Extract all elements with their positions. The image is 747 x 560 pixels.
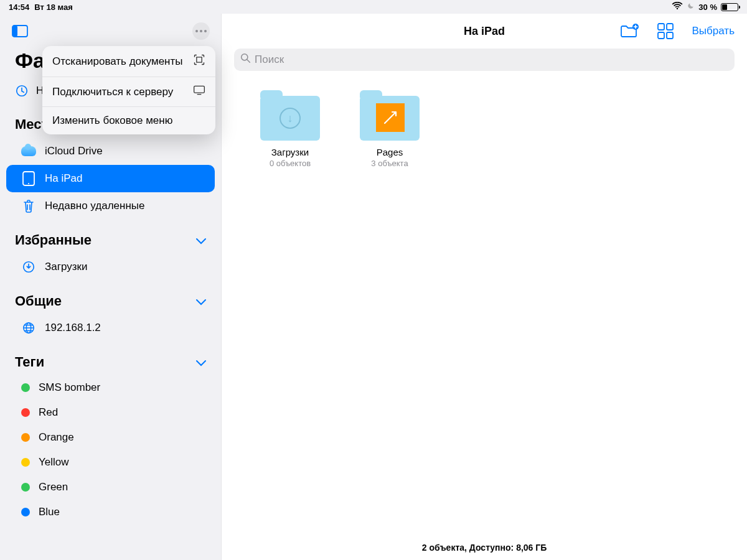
download-icon [21, 259, 36, 274]
svg-point-2 [195, 30, 198, 32]
icloud-drive-icon [21, 144, 36, 159]
svg-rect-11 [194, 86, 205, 93]
folder-downloads[interactable]: ↓ Загрузки 0 объектов [259, 96, 321, 168]
sidebar-tag-item[interactable]: Green [6, 475, 215, 500]
sidebar-tag-item[interactable]: Blue [6, 500, 215, 525]
status-time: 14:54 [9, 2, 29, 12]
sidebar-item-label: Orange [39, 431, 74, 444]
sidebar-tag-item[interactable]: Red [6, 400, 215, 425]
tag-dot-icon [21, 433, 30, 442]
folder-name: Загрузки [259, 147, 321, 157]
section-title-shared: Общие [15, 293, 62, 309]
svg-rect-13 [658, 24, 664, 30]
tag-dot-icon [21, 458, 30, 467]
folder-pages[interactable]: Pages 3 объекта [359, 96, 421, 168]
select-button[interactable]: Выбрать [692, 25, 735, 37]
section-head-shared[interactable]: Общие [0, 281, 221, 314]
svg-point-7 [28, 183, 29, 184]
sidebar-item-label: iCloud Drive [45, 145, 103, 157]
sidebar-more-popover: Отсканировать документы Подключиться к с… [42, 46, 215, 134]
server-icon [193, 85, 205, 99]
popover-connect-server[interactable]: Подключиться к серверу [42, 77, 215, 106]
folder-subtitle: 3 объекта [359, 159, 421, 168]
scan-icon [193, 54, 205, 69]
svg-rect-1 [12, 26, 17, 37]
search-input[interactable]: Поиск [234, 49, 735, 71]
sidebar-item-downloads[interactable]: Загрузки [6, 253, 215, 281]
sidebar-item-icloud-drive[interactable]: iCloud Drive [6, 138, 215, 165]
dnd-moon-icon [687, 2, 695, 12]
popover-scan-documents[interactable]: Отсканировать документы [42, 46, 215, 77]
chevron-down-icon[interactable] [196, 293, 206, 309]
sidebar-collapse-button[interactable] [11, 22, 29, 40]
search-icon [240, 53, 251, 67]
clock-icon [15, 84, 29, 98]
battery-icon [721, 3, 738, 11]
tag-dot-icon [21, 508, 30, 516]
sidebar-item-label: Загрузки [45, 261, 87, 273]
chevron-down-icon[interactable] [196, 232, 206, 248]
sidebar-item-label: Green [39, 481, 68, 493]
sidebar-item-label: Yellow [39, 456, 69, 469]
search-placeholder: Поиск [255, 54, 284, 66]
status-bar: 14:54 Вт 18 мая 30 % [0, 0, 747, 14]
sidebar-item-label: На iPad [45, 172, 82, 185]
sidebar-item-label: SMS bomber [39, 381, 100, 394]
svg-rect-16 [667, 32, 673, 39]
ipad-icon [21, 171, 36, 186]
popover-edit-sidebar[interactable]: Изменить боковое меню [42, 106, 215, 134]
svg-rect-14 [667, 24, 673, 30]
trash-icon [21, 198, 36, 213]
main-title: На iPad [464, 25, 505, 38]
status-date: Вт 18 мая [34, 2, 73, 12]
sidebar-item-label: Red [39, 406, 58, 419]
folder-subtitle: 0 объектов [259, 159, 321, 168]
chevron-down-icon[interactable] [196, 354, 206, 370]
section-head-favorites[interactable]: Избранные [0, 220, 221, 253]
sidebar-tag-item[interactable]: SMS bomber [6, 375, 215, 400]
network-icon [21, 320, 36, 335]
sidebar-item-label: Недавно удаленные [45, 200, 144, 212]
sidebar-more-button[interactable] [192, 22, 210, 40]
popover-item-label: Изменить боковое меню [52, 114, 172, 127]
new-folder-button[interactable] [620, 24, 639, 39]
sidebar-tag-item[interactable]: Yellow [6, 450, 215, 475]
sidebar-item-recently-deleted[interactable]: Недавно удаленные [6, 192, 215, 220]
svg-rect-15 [658, 32, 664, 39]
tag-dot-icon [21, 408, 30, 417]
view-mode-button[interactable] [657, 23, 674, 39]
footer-status: 2 объекта, Доступно: 8,06 ГБ [222, 543, 747, 553]
popover-item-label: Отсканировать документы [52, 55, 183, 68]
tag-dot-icon [21, 483, 30, 492]
sidebar-tag-item[interactable]: Orange [6, 425, 215, 450]
section-title-favorites: Избранные [15, 232, 92, 248]
section-head-tags[interactable]: Теги [0, 342, 221, 375]
popover-item-label: Подключиться к серверу [52, 86, 173, 98]
tag-dot-icon [21, 383, 30, 392]
sidebar-item-on-ipad[interactable]: На iPad [6, 165, 215, 192]
main-panel: На iPad Выбрать Поиск ↓ Загрузки 0 объек… [222, 14, 747, 560]
svg-point-4 [204, 30, 207, 32]
sidebar-item-label: 192.168.1.2 [45, 322, 101, 334]
folder-name: Pages [359, 147, 421, 157]
section-title-tags: Теги [15, 354, 44, 370]
wifi-icon [672, 2, 683, 12]
folder-icon: ↓ [260, 96, 320, 141]
svg-point-17 [242, 54, 248, 60]
sidebar-item-server[interactable]: 192.168.1.2 [6, 314, 215, 342]
svg-point-3 [200, 30, 202, 32]
battery-percent: 30 % [698, 2, 717, 12]
folder-icon [360, 96, 420, 141]
sidebar-item-label: Blue [39, 506, 60, 518]
